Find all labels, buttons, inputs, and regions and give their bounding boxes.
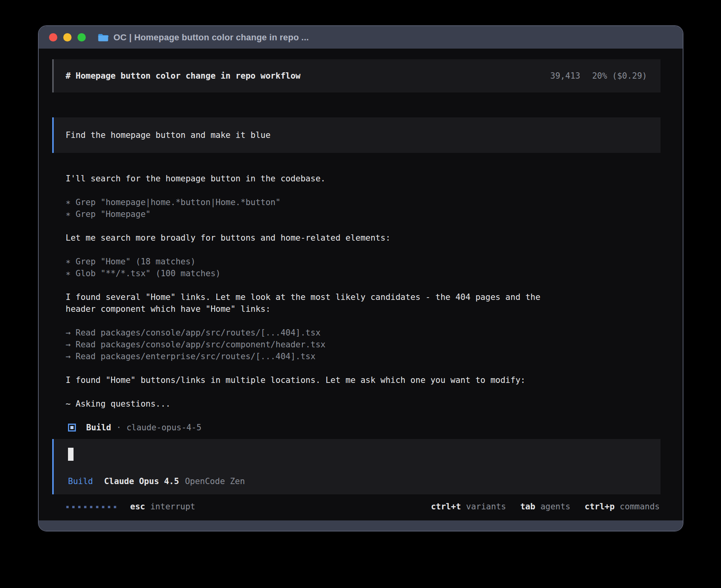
hint-commands: ctrl+p commands	[585, 501, 660, 513]
build-badge-icon	[68, 424, 76, 432]
tool-call-read: → Read packages/enterprise/src/routes/[.…	[52, 351, 661, 362]
session-stats: 39,413 20% ($0.29)	[550, 70, 647, 82]
hint-variants: ctrl+t variants	[431, 501, 506, 513]
agent-mode-label[interactable]: Build	[68, 475, 93, 487]
tool-call-glob: ∗ Glob "**/*.tsx" (100 matches)	[52, 268, 661, 279]
agent-status-line: Build · claude-opus-4-5	[52, 422, 661, 433]
provider-label: OpenCode Zen	[185, 475, 245, 487]
close-window-button[interactable]	[49, 33, 57, 41]
user-message: Find the homepage button and make it blu…	[52, 117, 661, 153]
assistant-message-line: I found "Home" buttons/links in multiple…	[52, 374, 661, 386]
separator-dot: ·	[116, 422, 121, 433]
key-tab: tab	[520, 501, 535, 513]
traffic-lights	[49, 33, 86, 41]
tool-call-grep: ∗ Grep "homepage|home.*button|Home.*butt…	[52, 196, 661, 208]
terminal-content: # Homepage button color change in repo w…	[39, 49, 683, 520]
tool-call-read: → Read packages/console/app/src/componen…	[52, 339, 661, 351]
text-cursor	[68, 448, 74, 461]
model-id: claude-opus-4-5	[126, 422, 202, 433]
session-title: # Homepage button color change in repo w…	[66, 70, 300, 82]
window-bottom-chrome	[39, 520, 683, 531]
label-agents: agents	[540, 501, 570, 513]
key-ctrl-t: ctrl+t	[431, 501, 461, 513]
asking-questions-status: ~ Asking questions...	[52, 398, 661, 410]
key-ctrl-p: ctrl+p	[585, 501, 615, 513]
minimize-window-button[interactable]	[63, 33, 72, 41]
label-commands: commands	[620, 501, 660, 513]
hint-interrupt: esc interrupt	[130, 501, 195, 513]
progress-dots-icon: ▪▪▪▪▪▪▪▪▪	[66, 501, 119, 513]
folder-icon	[98, 33, 109, 42]
key-esc: esc	[130, 501, 145, 513]
assistant-message-line: I found several "Home" links. Let me loo…	[52, 291, 661, 303]
label-interrupt: interrupt	[150, 501, 195, 513]
token-count: 39,413	[550, 70, 580, 82]
label-variants: variants	[466, 501, 506, 513]
window-titlebar[interactable]: OC | Homepage button color change in rep…	[39, 26, 683, 49]
prompt-input[interactable]: Build Claude Opus 4.5 OpenCode Zen	[52, 439, 661, 494]
agent-name: Build	[86, 422, 111, 433]
zoom-window-button[interactable]	[77, 33, 86, 41]
assistant-message-line: Let me search more broadly for buttons a…	[52, 232, 661, 244]
assistant-message-line: header component which have "Home" links…	[52, 303, 661, 315]
user-message-text: Find the homepage button and make it blu…	[66, 129, 270, 141]
assistant-message-line: I'll search for the homepage button in t…	[52, 173, 661, 185]
terminal-window: OC | Homepage button color change in rep…	[38, 25, 683, 531]
window-title: OC | Homepage button color change in rep…	[113, 32, 309, 43]
hint-agents: tab agents	[520, 501, 570, 513]
status-bar-left: ▪▪▪▪▪▪▪▪▪ esc interrupt	[66, 501, 195, 513]
model-label[interactable]: Claude Opus 4.5	[104, 475, 179, 487]
session-header: # Homepage button color change in repo w…	[52, 59, 661, 92]
input-meta-bar: Build Claude Opus 4.5 OpenCode Zen	[68, 475, 647, 487]
tool-call-grep: ∗ Grep "Home" (18 matches)	[52, 256, 661, 268]
tool-call-grep: ∗ Grep "Homepage"	[52, 208, 661, 220]
status-bar-right: ctrl+t variants tab agents ctrl+p comman…	[431, 501, 660, 513]
status-bar: ▪▪▪▪▪▪▪▪▪ esc interrupt ctrl+t variants …	[52, 501, 661, 513]
context-cost: 20% ($0.29)	[592, 70, 647, 82]
tool-call-read: → Read packages/console/app/src/routes/[…	[52, 327, 661, 339]
assistant-transcript: I'll search for the homepage button in t…	[52, 173, 661, 410]
